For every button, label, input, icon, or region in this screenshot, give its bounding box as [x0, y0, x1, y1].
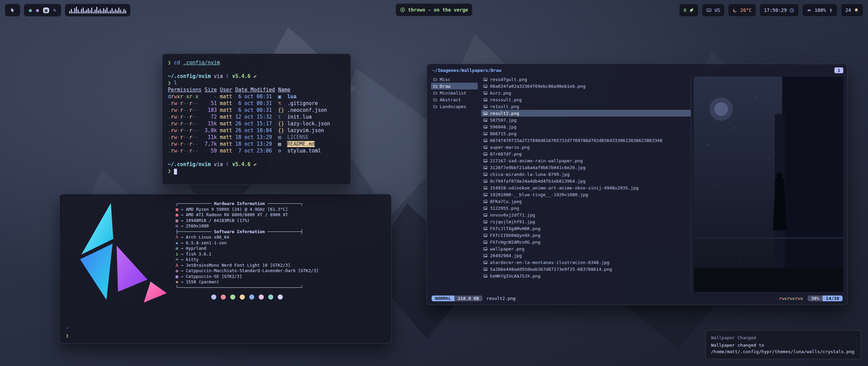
file-row[interactable]: ressdfgult.png	[481, 76, 691, 83]
terminal-line: ❯	[168, 168, 345, 175]
folder-icon	[433, 91, 437, 95]
visualizer-bar	[81, 9, 82, 14]
file-row[interactable]: 154928-odinokoe_anime-art-anime-okno-sin…	[481, 184, 691, 191]
sidebar-folder-misc[interactable]: Misc	[431, 76, 478, 83]
file-row[interactable]: 5a266e448add93deab367d87173e9f25-6837886…	[481, 266, 691, 272]
workspace-button[interactable]: ✎	[53, 8, 56, 13]
file-row[interactable]: result2.png	[481, 110, 691, 117]
volume-module[interactable]: 100%	[802, 4, 837, 17]
status-right: -rwxrwxrwx 36% 14/38	[776, 296, 843, 301]
distro-logo	[65, 201, 167, 309]
file-row[interactable]: 08a634fa02a32364f69ebc86a98eb1eb.png	[481, 83, 691, 89]
clock-module[interactable]: 17:50:29	[760, 4, 799, 17]
image-icon	[483, 111, 488, 116]
workspace-button[interactable]: ◉	[29, 8, 32, 13]
image-icon	[483, 233, 488, 238]
image-icon	[483, 213, 488, 217]
file-row[interactable]: FXfcJlTXgAMvH6R.png	[481, 225, 691, 232]
visualizer-bar	[83, 7, 84, 14]
file-row[interactable]: FXfcHgcWIAMzs0G.png	[481, 239, 691, 245]
fetch-line: ⊡→ 868x366	[176, 223, 318, 229]
file-row[interactable]: rsjqojlmjhf91.jpg	[481, 218, 691, 225]
file-manager-window[interactable]: ~/Imagenes/Wallpapers/Draw 1 MiscDrawMin…	[427, 64, 848, 305]
visualizer-bar	[100, 9, 101, 14]
image-icon	[483, 84, 488, 88]
sidebar-folder-draw[interactable]: Draw	[431, 83, 478, 89]
visualizer-bar	[86, 9, 87, 14]
visualizer-bar	[73, 12, 74, 14]
keyboard-layout-module[interactable]: US	[702, 4, 725, 17]
updates-module[interactable]: 0	[679, 4, 698, 17]
file-row[interactable]: nnvuv0xj2df71.jpg	[481, 211, 691, 218]
file-row[interactable]: 3122955.png	[481, 205, 691, 211]
image-icon	[483, 274, 488, 278]
topbar-right: 0 US 26°C 17:50:29 100% 24	[679, 4, 863, 17]
file-row[interactable]: FXfcII0X0AQyn9X.png	[481, 232, 691, 239]
image-icon	[483, 131, 488, 136]
fetch-content: ┌───────────── Hardware Information ────…	[60, 194, 391, 309]
sidebar-folder-minimalist[interactable]: Minimalist	[431, 89, 478, 96]
fetch-line: ▥→ 10948MiB / 64183MiB (17%)	[176, 218, 318, 224]
palette-dot	[249, 294, 254, 300]
file-row[interactable]: 596848.jpg	[481, 123, 691, 130]
workspace-button[interactable]: ▦	[43, 7, 49, 13]
notifications-module[interactable]: 24	[841, 4, 863, 17]
file-row[interactable]: 3126f7e9bbf21a8a4af0b67b041c6e26.jpg	[481, 164, 691, 171]
visualizer-bar	[98, 10, 99, 14]
music-module[interactable]: thrown - on the verge	[395, 3, 472, 16]
file-row[interactable]: atardecer-en-la-montanas-ilustracion-634…	[481, 259, 691, 266]
file-row[interactable]: 20492984.jpg	[481, 252, 691, 259]
sidebar-folder-abstract[interactable]: Abstract	[431, 96, 478, 103]
file-row[interactable]: chica-mirando-la-luna-8799.jpg	[481, 171, 691, 178]
terminal-line: drwxr-xr-x-matt 6 oct 00:31▣lua	[168, 93, 345, 100]
image-icon	[483, 159, 488, 163]
terminal-line: .rw-r--r--15kmatt26 oct 15:17{}lazy-lock…	[168, 120, 345, 127]
file-row[interactable]: 8FKa7Cu.jpeg	[481, 198, 691, 205]
notification-toast[interactable]: Wallpaper Changed Wallpaper changed to /…	[705, 330, 861, 359]
file-row[interactable]: 587597.jpg	[481, 117, 691, 123]
fetch-line: ▣→ AMD Ryzen 9 5900X (24) @ 4.9GHz [61.3…	[176, 207, 318, 212]
notification-body: Wallpaper changed to /home/matt/.config/…	[711, 342, 855, 355]
fetch-line: A→ JetBrainsMono Nerd Font Light 10 [GTK…	[176, 263, 318, 268]
file-row[interactable]: 866715.png	[481, 130, 691, 137]
file-row[interactable]: kurz.png	[481, 89, 691, 96]
folder-icon	[433, 77, 437, 82]
visualizer-bar	[108, 12, 109, 14]
launcher-button[interactable]	[5, 4, 20, 17]
visualizer-bar	[71, 9, 72, 14]
visualizer-bar	[76, 7, 77, 14]
prompt-char: ❯	[66, 332, 68, 339]
terminal-line: ❯ l	[168, 80, 345, 86]
fm-file-list: ressdfgult.png08a634fa02a32364f69ebc86a9…	[478, 75, 691, 293]
visualizer-bar	[117, 10, 118, 14]
file-row[interactable]: resssult.png	[481, 96, 691, 103]
file-row[interactable]: re1sult.png	[481, 103, 691, 110]
file-row[interactable]: 87r687df.png	[481, 150, 691, 157]
fm-header: ~/Imagenes/Wallpapers/Draw 1	[427, 64, 847, 75]
palette-dot	[230, 294, 235, 300]
terminal-line	[168, 66, 345, 73]
file-row[interactable]: EeNKYgIUcAAJ5JX.png	[481, 272, 691, 279]
image-icon	[483, 240, 488, 244]
visualizer-bar	[110, 10, 111, 14]
fetch-info: ┌───────────── Hardware Information ────…	[176, 201, 318, 290]
fetch-window[interactable]: ┌───────────── Hardware Information ────…	[59, 194, 392, 344]
file-row[interactable]: 217167-sad-anime-rain-wallpaper.png	[481, 157, 691, 164]
preview-image	[694, 77, 843, 292]
file-row[interactable]: 0c794faf07de24a4db4d4fb1eb813964.jpg	[481, 178, 691, 184]
terminal-window[interactable]: ❯ cd .config/nvim ~/.config/nvim via ☾ v…	[162, 54, 351, 185]
file-row[interactable]: 19201080-__blue-tinge__-1920×1080.jpg	[481, 191, 691, 198]
fetch-border: ┌───────────── Hardware Information ────…	[176, 201, 318, 207]
palette-dot	[268, 294, 273, 300]
fetch-border: ├───────────── Software Information ────…	[176, 229, 318, 235]
weather-module[interactable]: 26°C	[728, 4, 756, 17]
visualizer-bar	[74, 8, 75, 14]
volume-level: 100%	[814, 7, 826, 13]
visualizer-module[interactable]	[65, 4, 131, 17]
workspace-button[interactable]: ◉	[36, 8, 39, 13]
file-row[interactable]: 68747470733a2f2f696d616765732d7769786d70…	[481, 137, 691, 144]
file-row[interactable]: wallpaper.png	[481, 245, 691, 252]
terminal-line: .rw-r--r--11kmatt18 oct 13:29▤LICENSE	[168, 134, 345, 141]
file-row[interactable]: super-mario.png	[481, 144, 691, 150]
sidebar-folder-landscapes[interactable]: Landscapes	[431, 103, 478, 110]
